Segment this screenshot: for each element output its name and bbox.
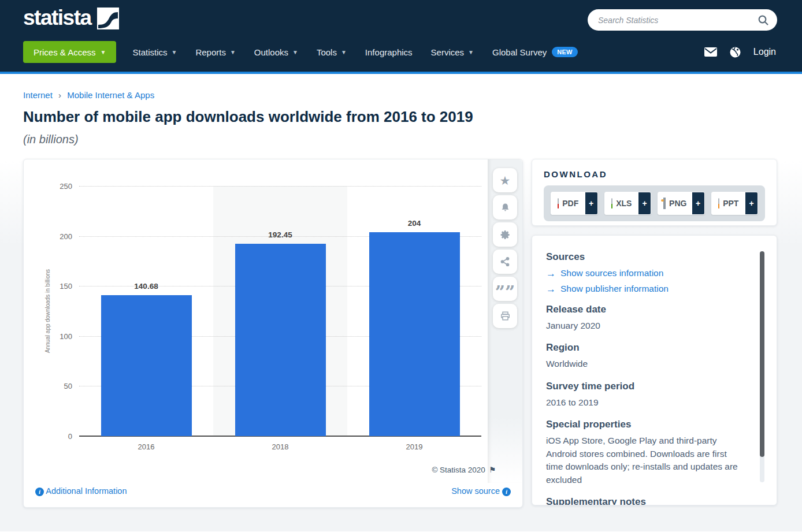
section-text: iOS App Store, Google Play and third-par… [546,434,742,486]
link-show-publisher-information[interactable]: →Show publisher information [546,284,742,294]
section-heading-special-properties: Special properties [546,419,742,430]
prices-access-label: Prices & Access [34,47,96,57]
additional-information-link[interactable]: i Additional Information [35,486,127,496]
sidebar-scrollbar-thumb[interactable] [760,251,764,457]
nav-item-label: Statistics [132,47,167,57]
png-image-icon [663,199,666,208]
nav-item-outlooks[interactable]: Outlooks▼ [245,41,307,63]
bar-value-label: 140.68 [134,282,158,291]
search-input[interactable] [598,16,758,25]
download-plus-button[interactable]: + [638,192,651,214]
nav-item-label: Services [431,47,465,57]
statistic-details-card: Sources →Show sources information→Show p… [532,235,777,505]
breadcrumb-mobile-internet-apps[interactable]: Mobile Internet & Apps [67,90,154,100]
chart-action-rail: ★”” [488,159,522,483]
nav-item-reports[interactable]: Reports▼ [186,41,244,63]
detail-sections: Release dateJanuary 2020RegionWorldwideS… [546,304,742,505]
bar-2016[interactable]: 140.68 [101,295,192,436]
download-card: DOWNLOAD PDF+XLS+PNG+PPT+ [532,159,777,226]
download-plus-button[interactable]: + [692,192,704,214]
nav-item-label: Tools [317,47,337,57]
y-axis-tick-label: 0 [38,432,72,441]
section-text: January 2020 [546,319,742,332]
link-label: Show sources information [560,268,663,278]
chevron-down-icon: ▼ [468,49,474,55]
download-format-label: PPT [723,199,738,208]
download-png-button[interactable]: PNG+ [658,192,705,215]
link-show-sources-information[interactable]: →Show sources information [546,268,742,278]
print-icon [500,311,511,321]
download-format: PPT [712,199,746,208]
breadcrumb-internet[interactable]: Internet [23,90,53,100]
statista-logo[interactable]: statista [23,5,119,31]
chevron-down-icon: ▼ [230,49,236,55]
chevron-down-icon: ▼ [101,49,106,55]
nav-item-infographics[interactable]: Infographics [356,41,422,63]
chevron-down-icon: ▼ [341,49,347,55]
x-axis-category-label: 2019 [347,442,481,451]
download-ppt-button[interactable]: PPT+ [711,192,759,215]
section-heading-survey-time-period: Survey time period [546,381,742,392]
search-icon[interactable] [758,14,769,26]
settings-gear-button[interactable] [493,222,517,247]
nav-item-tools[interactable]: Tools▼ [307,41,356,63]
download-buttons-tray: PDF+XLS+PNG+PPT+ [544,185,765,221]
download-pdf-button[interactable]: PDF+ [551,192,598,215]
settings-gear-icon [500,229,511,240]
y-axis-tick-label: 250 [38,182,72,191]
section-heading-region: Region [546,342,742,354]
nav-item-services[interactable]: Services▼ [422,41,483,63]
download-format: XLS [605,199,639,208]
favorite-star-button[interactable]: ★ [493,168,517,192]
section-text: 2016 to 2019 [546,396,742,409]
xls-file-icon [611,199,612,208]
y-axis-label: Annual app downloads in billions [43,186,53,436]
bar-2018[interactable]: 192.45 [235,244,326,436]
prices-access-button[interactable]: Prices & Access ▼ [23,41,116,63]
ppt-file-icon [718,199,719,208]
download-plus-button[interactable]: + [745,192,758,214]
mail-icon[interactable] [704,47,717,57]
breadcrumb-separator: › [58,90,61,100]
sidebar-scrollbar-track[interactable] [760,251,764,482]
download-plus-button[interactable]: + [585,192,597,214]
info-icon: i [35,488,44,496]
share-button[interactable] [493,250,517,274]
cite-quote-icon: ”” [495,282,515,296]
alert-bell-icon [500,202,511,213]
globe-icon[interactable] [730,47,741,58]
y-axis-tick-label: 50 [38,382,72,390]
y-axis-tick-label: 100 [38,332,72,340]
cite-quote-button[interactable]: ”” [493,277,517,301]
chevron-down-icon: ▼ [171,49,177,55]
search-bar [588,9,777,31]
page-title: Number of mobile app downloads worldwide… [23,108,779,126]
arrow-right-icon: → [546,269,556,278]
link-label: Show publisher information [560,284,669,294]
nav-item-label: Infographics [365,47,413,57]
section-text: Worldwide [546,358,742,370]
show-source-link[interactable]: Show source i [451,486,511,496]
nav-item-global-survey[interactable]: Global SurveyNEW [483,41,587,63]
bar-chart-plot: 050100150200250140.682016192.45201820420… [79,186,481,436]
main-menu: Prices & Access ▼ Statistics▼Reports▼Out… [23,41,587,63]
bar-value-label: 192.45 [268,230,292,239]
share-icon [500,256,510,267]
favorite-star-icon: ★ [500,174,511,187]
bar-value-label: 204 [408,219,421,228]
download-xls-button[interactable]: XLS+ [604,192,652,215]
nav-item-statistics[interactable]: Statistics▼ [123,41,186,63]
y-axis-tick-label: 150 [38,282,72,291]
pdf-file-icon [558,199,559,208]
print-button[interactable] [493,304,517,328]
report-flag-icon[interactable]: ⚑ [489,466,496,474]
download-format: PDF [551,199,585,208]
y-axis-tick-label: 200 [38,232,72,240]
login-link[interactable]: Login [753,47,776,57]
nav-items: Statistics▼Reports▼Outlooks▼Tools▼Infogr… [123,41,586,63]
alert-bell-button[interactable] [493,195,517,220]
download-format: PNG [658,199,692,208]
section-heading-release-date: Release date [546,304,742,315]
page-subtitle: (in billions) [23,133,779,146]
bar-2019[interactable]: 204 [369,232,460,436]
